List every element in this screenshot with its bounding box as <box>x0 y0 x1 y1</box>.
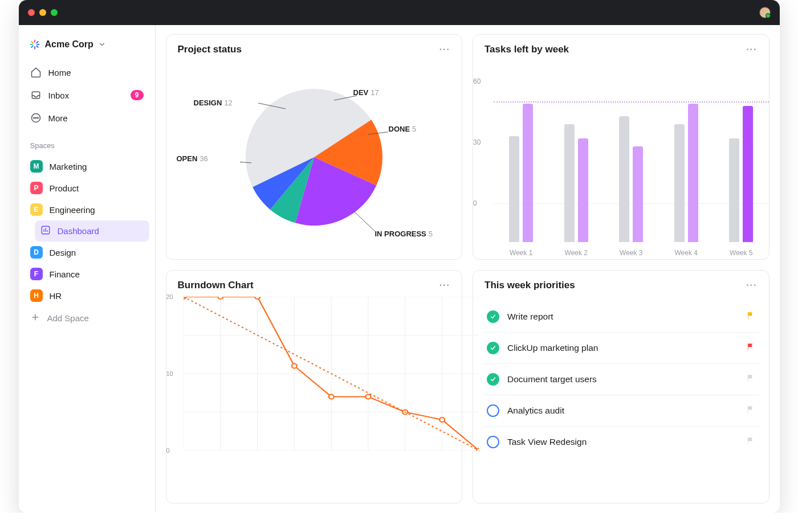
card-menu-button[interactable]: ··· <box>439 44 450 55</box>
axis-category: Week 4 <box>675 249 698 257</box>
check-done-icon[interactable] <box>487 373 499 386</box>
check-open-icon[interactable] <box>487 404 499 417</box>
flag-icon[interactable] <box>746 436 755 448</box>
titlebar <box>19 0 780 25</box>
axis-category: Week 5 <box>730 249 752 257</box>
svg-point-27 <box>291 364 296 369</box>
axis-tick: 30 <box>473 138 481 146</box>
card-title: Tasks left by week <box>484 44 569 55</box>
nav-home[interactable]: Home <box>25 62 149 83</box>
minimize-icon[interactable] <box>39 9 46 16</box>
add-space-button[interactable]: Add Space <box>25 308 149 329</box>
priority-title: Task View Redesign <box>507 437 587 447</box>
space-label: Finance <box>50 269 80 279</box>
flag-icon[interactable] <box>746 311 755 322</box>
nav-inbox[interactable]: Inbox 9 <box>25 84 149 106</box>
add-space-label: Add Space <box>47 313 89 323</box>
priority-item[interactable]: ClickUp marketing plan <box>483 333 759 364</box>
org-name: Acme Corp <box>45 39 93 50</box>
app-body: Acme Corp Home Inbox 9 More Spaces <box>19 25 780 513</box>
check-open-icon[interactable] <box>487 436 499 448</box>
axis-category: Week 1 <box>510 249 532 257</box>
pie-chart: DESIGN12 DEV17 DONE5 IN PROGRESS5 OPEN36 <box>166 61 462 259</box>
dashboard-icon <box>40 225 51 237</box>
bar-group <box>729 106 753 242</box>
card-project-status: Project status ··· DESIGN12 DEV17 DONE5 … <box>166 34 463 260</box>
pie-label-design: DESIGN12 <box>194 99 233 107</box>
card-menu-button[interactable]: ··· <box>746 44 757 55</box>
axis-category: Week 2 <box>565 249 588 257</box>
avatar[interactable] <box>759 7 771 18</box>
app-window: Acme Corp Home Inbox 9 More Spaces <box>19 0 780 513</box>
priority-item[interactable]: Task View Redesign <box>483 427 759 457</box>
pie-label-dev: DEV17 <box>353 88 379 97</box>
axis-tick: 20 <box>166 293 173 300</box>
space-label: Marketing <box>50 162 87 171</box>
axis-category: Week 3 <box>620 249 642 257</box>
plus-icon <box>30 312 40 324</box>
card-priorities: This week priorities ··· Write reportCli… <box>473 270 769 504</box>
priority-title: Write report <box>507 312 553 322</box>
main-content: Project status ··· DESIGN12 DEV17 DONE5 … <box>156 25 780 513</box>
nav-primary: Home Inbox 9 More <box>25 62 149 129</box>
card-burndown: Burndown Chart ··· 20100 <box>166 270 463 504</box>
sidebar-space-finance[interactable]: FFinance <box>25 263 149 285</box>
priority-title: Document target users <box>507 374 597 384</box>
svg-point-3 <box>37 117 38 118</box>
sidebar-space-product[interactable]: PProduct <box>25 177 149 199</box>
sidebar: Acme Corp Home Inbox 9 More Spaces <box>19 25 156 513</box>
check-done-icon[interactable] <box>487 310 499 323</box>
card-title: Project status <box>178 44 242 55</box>
flag-icon[interactable] <box>746 342 755 354</box>
svg-point-29 <box>365 395 370 399</box>
axis-tick: 60 <box>473 77 481 85</box>
burndown-chart: 20100 <box>166 297 462 503</box>
nav-more-label: More <box>48 113 68 123</box>
bar-group <box>564 124 588 242</box>
card-menu-button[interactable]: ··· <box>746 280 757 290</box>
svg-point-28 <box>328 395 333 399</box>
axis-tick: 10 <box>166 370 173 377</box>
priority-item[interactable]: Analytics audit <box>483 395 759 427</box>
flag-icon[interactable] <box>746 405 755 416</box>
priority-title: ClickUp marketing plan <box>507 343 598 353</box>
spaces-list: MMarketingPProductEEngineeringDashboardD… <box>25 155 149 306</box>
sidebar-space-design[interactable]: DDesign <box>25 242 149 263</box>
space-label: HR <box>50 291 62 301</box>
svg-point-31 <box>439 418 445 422</box>
card-tasks-left: Tasks left by week ··· 60300Week 1Week 2… <box>473 34 769 260</box>
space-badge-icon: M <box>30 160 43 173</box>
space-badge-icon: P <box>30 182 43 194</box>
card-menu-button[interactable]: ··· <box>439 280 450 290</box>
dashboard-label: Dashboard <box>58 226 99 236</box>
space-badge-icon: H <box>30 289 43 302</box>
space-label: Product <box>50 183 79 193</box>
sidebar-space-marketing[interactable]: MMarketing <box>25 155 149 177</box>
sidebar-space-hr[interactable]: HHR <box>25 285 149 306</box>
svg-point-1 <box>33 117 34 118</box>
sidebar-space-engineering[interactable]: EEngineering <box>25 199 149 220</box>
nav-home-label: Home <box>48 68 71 77</box>
flag-icon[interactable] <box>746 374 755 385</box>
card-title: This week priorities <box>484 280 575 291</box>
sidebar-dashboard[interactable]: Dashboard <box>35 220 149 242</box>
space-label: Design <box>50 248 76 257</box>
pie-svg <box>240 83 388 231</box>
space-badge-icon: D <box>30 246 43 259</box>
priorities-list: Write reportClickUp marketing planDocume… <box>473 297 769 503</box>
close-icon[interactable] <box>28 9 35 16</box>
inbox-badge: 9 <box>131 90 144 100</box>
check-done-icon[interactable] <box>487 342 499 354</box>
priority-item[interactable]: Write report <box>483 301 759 333</box>
axis-tick: 0 <box>166 447 170 454</box>
window-controls <box>28 9 58 16</box>
chevron-down-icon <box>98 40 106 48</box>
maximize-icon[interactable] <box>51 9 58 16</box>
bar-group <box>509 104 533 242</box>
priority-item[interactable]: Document target users <box>483 364 759 395</box>
org-switcher[interactable]: Acme Corp <box>25 34 149 55</box>
home-icon <box>30 67 42 78</box>
pie-label-inprog: IN PROGRESS5 <box>375 230 433 238</box>
svg-line-8 <box>354 211 378 231</box>
nav-more[interactable]: More <box>25 107 149 129</box>
